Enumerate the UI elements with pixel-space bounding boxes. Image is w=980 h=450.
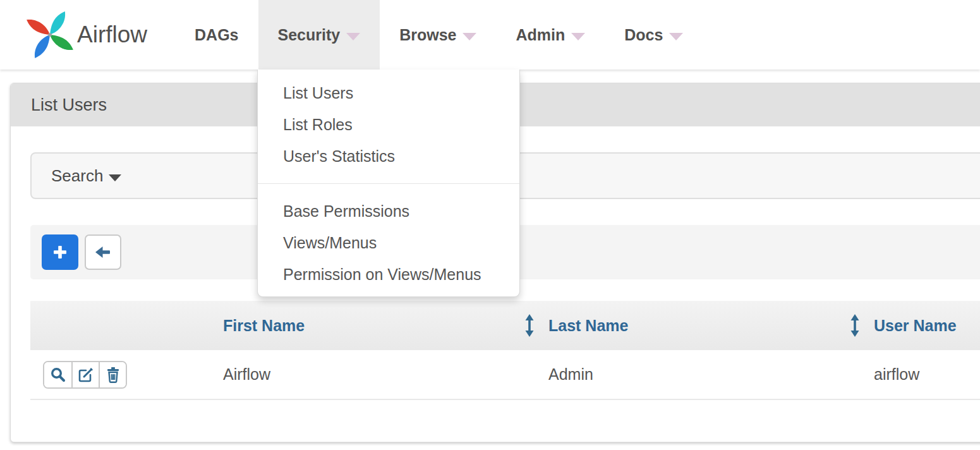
menu-item-list-users[interactable]: List Users	[258, 77, 519, 109]
chevron-down-icon	[346, 33, 360, 40]
nav-item-admin[interactable]: Admin	[496, 0, 605, 70]
users-table: First Name Last Name	[30, 301, 980, 400]
delete-record-button[interactable]	[99, 362, 126, 387]
airflow-brand[interactable]: Airflow	[24, 0, 147, 70]
last-name-cell: Admin	[543, 350, 869, 399]
user-name-column-header[interactable]: User Name	[869, 301, 980, 350]
menu-item-views-menus[interactable]: Views/Menus	[258, 227, 519, 258]
page-title: List Users	[31, 95, 107, 115]
show-record-button[interactable]	[44, 362, 71, 387]
sort-icon[interactable]	[524, 314, 535, 337]
sort-icon[interactable]	[850, 314, 860, 337]
first-name-cell: Airflow	[218, 350, 543, 399]
menu-item-permission-on-views-menus[interactable]: Permission on Views/Menus	[258, 258, 519, 290]
security-dropdown-menu: List Users List Roles User's Statistics …	[257, 70, 520, 297]
column-label: First Name	[223, 317, 305, 335]
last-name-column-header[interactable]: Last Name	[543, 301, 869, 350]
nav-item-docs[interactable]: Docs	[605, 0, 703, 70]
menu-item-users-statistics[interactable]: User's Statistics	[258, 140, 519, 172]
nav-item-security[interactable]: Security	[258, 0, 380, 70]
nav-item-browse[interactable]: Browse	[380, 0, 496, 70]
actions-column-header	[30, 301, 218, 350]
nav-item-label: Admin	[516, 26, 565, 44]
trash-icon	[106, 367, 121, 383]
column-label: User Name	[874, 317, 957, 335]
nav-menu: DAGs Security Browse Admin Docs	[175, 0, 703, 70]
plus-icon	[51, 243, 69, 261]
nav-item-dags[interactable]: DAGs	[175, 0, 258, 70]
table-header-row: First Name Last Name	[30, 301, 980, 350]
magnifier-icon	[50, 367, 66, 383]
chevron-down-icon	[571, 33, 585, 40]
menu-item-base-permissions[interactable]: Base Permissions	[258, 195, 519, 227]
left-arrow-icon	[94, 243, 112, 261]
nav-item-label: Docs	[624, 26, 663, 44]
menu-divider	[258, 183, 519, 184]
column-label: Last Name	[548, 317, 628, 335]
table-row: Airflow Admin airflow	[30, 350, 980, 399]
chevron-down-icon	[463, 33, 476, 40]
row-action-group	[43, 361, 127, 389]
top-navbar: Airflow DAGs Security Browse Admin Docs	[0, 0, 980, 70]
back-button[interactable]	[85, 234, 121, 270]
menu-item-list-roles[interactable]: List Roles	[258, 109, 519, 140]
user-name-cell: airflow	[869, 350, 980, 399]
edit-record-button[interactable]	[71, 362, 99, 387]
brand-label: Airflow	[77, 21, 147, 48]
airflow-pinwheel-icon	[24, 9, 76, 61]
nav-item-label: Browse	[399, 26, 456, 44]
add-user-button[interactable]	[42, 234, 78, 270]
row-actions-cell	[30, 350, 218, 399]
chevron-down-icon	[669, 33, 683, 40]
first-name-column-header[interactable]: First Name	[218, 301, 543, 350]
nav-item-label: Security	[278, 26, 341, 44]
caret-down-icon	[109, 174, 121, 181]
edit-icon	[78, 367, 94, 383]
search-label: Search	[51, 166, 103, 186]
nav-item-label: DAGs	[195, 26, 238, 44]
